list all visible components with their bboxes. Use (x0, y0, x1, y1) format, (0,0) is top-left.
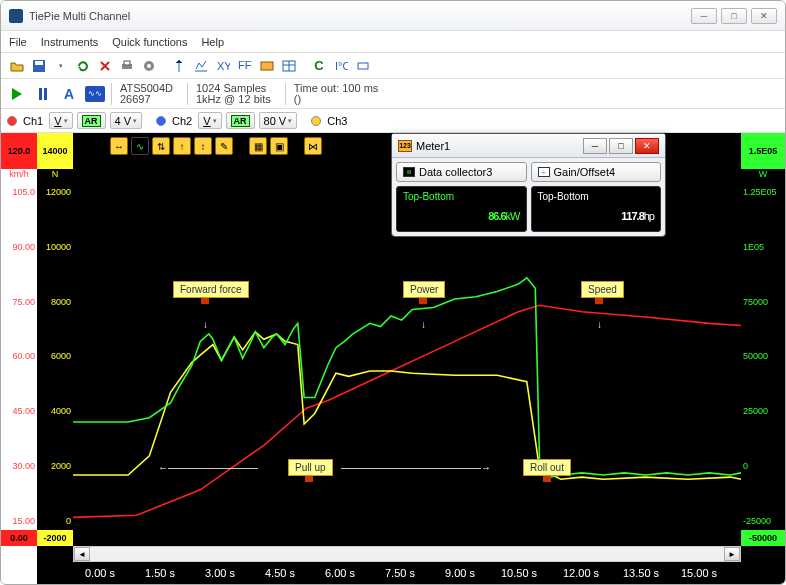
ch1-autorange[interactable]: AR (77, 112, 106, 129)
meter-window[interactable]: 123Meter1 ─ □ ✕ ⅢData collector3 ÷Gain/O… (391, 133, 666, 237)
meter-button[interactable] (257, 56, 277, 76)
axR-unit: W (741, 169, 785, 183)
ch2-led-icon (156, 116, 166, 126)
ann-pullup-mark (305, 476, 313, 482)
ptb-6[interactable]: ✎ (215, 137, 233, 155)
menu-instruments[interactable]: Instruments (41, 36, 98, 48)
axL2-unit: N (37, 169, 73, 183)
menu-help[interactable]: Help (201, 36, 224, 48)
ptb-5[interactable]: ↕ (194, 137, 212, 155)
axR-bot: -50000 (741, 530, 785, 546)
meter-maximize[interactable]: □ (609, 138, 633, 154)
ptb-2[interactable]: ∿ (131, 137, 149, 155)
menu-quick-functions[interactable]: Quick functions (112, 36, 187, 48)
delete-button[interactable] (95, 56, 115, 76)
ch2-coupling[interactable]: V ▾ (198, 112, 221, 129)
meter-minimize[interactable]: ─ (583, 138, 607, 154)
ch1-range[interactable]: 4 V ▾ (110, 112, 143, 129)
meter-panel-2: Top-Bottom 117.8hp (531, 186, 662, 232)
ptb-7[interactable]: ▦ (249, 137, 267, 155)
io-button[interactable]: I°C (331, 56, 351, 76)
ch2-range[interactable]: 80 V ▾ (259, 112, 298, 129)
ann-speed-mark (595, 298, 603, 304)
ch1-coupling[interactable]: V ▾ (49, 112, 72, 129)
axL1-vals: 105.090.0075.0060.0045.0030.0015.00 (1, 183, 37, 530)
ann-power-mark (419, 298, 427, 304)
toolbar-device: A ∿∿ ATS5004D26697 1024 Samples1kHz @ 12… (1, 79, 785, 109)
ann-forward-mark (201, 298, 209, 304)
meter-titlebar[interactable]: 123Meter1 ─ □ ✕ (392, 134, 665, 158)
auto-button[interactable]: A (59, 84, 79, 104)
ch3-label: Ch3 (325, 115, 349, 127)
svg-rect-8 (261, 62, 273, 70)
ann-speed-arrow: ↓ (597, 319, 602, 330)
ch1-led-icon (7, 116, 17, 126)
scroll-left[interactable]: ◄ (74, 547, 90, 561)
svg-rect-1 (35, 61, 43, 65)
cursor-vert-button[interactable] (169, 56, 189, 76)
table-button[interactable] (279, 56, 299, 76)
ch1-label: Ch1 (21, 115, 45, 127)
axL2-top: 14000 (37, 133, 73, 169)
menubar: File Instruments Quick functions Help (1, 31, 785, 53)
play-button[interactable] (7, 84, 27, 104)
ann-power[interactable]: Power (403, 281, 445, 298)
axR-top: 1.5E05 (741, 133, 785, 169)
close-button[interactable]: ✕ (751, 8, 777, 24)
main-area: 120.0 km/h 105.090.0075.0060.0045.0030.0… (1, 133, 785, 584)
ch2-label: Ch2 (170, 115, 194, 127)
meter-tab-collector[interactable]: ⅢData collector3 (396, 162, 527, 182)
meter-close[interactable]: ✕ (635, 138, 659, 154)
svg-text:XY: XY (217, 60, 230, 72)
x-axis: 0.00 s 1.50 s 3.00 s 4.50 s 6.00 s 7.50 … (73, 562, 741, 584)
sample-info: 1024 Samples1kHz @ 12 bits (187, 83, 279, 105)
print-button[interactable] (117, 56, 137, 76)
open-button[interactable] (7, 56, 27, 76)
ann-rollout[interactable]: Roll out (523, 459, 571, 476)
maximize-button[interactable]: □ (721, 8, 747, 24)
graph-yt-button[interactable] (191, 56, 211, 76)
svg-rect-3 (124, 61, 130, 65)
plot-scrollbar[interactable]: ◄ ► (73, 546, 741, 562)
axL2-bot: -2000 (37, 530, 73, 546)
device-wave-icon[interactable]: ∿∿ (85, 86, 105, 102)
meter-panel-1: Top-Bottom 86.6kW (396, 186, 527, 232)
meter-tab-gain[interactable]: ÷Gain/Offset4 (531, 162, 662, 182)
axL1-bot: 0.00 (1, 530, 37, 546)
pause-button[interactable] (33, 84, 53, 104)
y-axis-left-1: 120.0 km/h 105.090.0075.0060.0045.0030.0… (1, 133, 37, 584)
ann-pullup[interactable]: Pull up (288, 459, 333, 476)
ptb-3[interactable]: ⇅ (152, 137, 170, 155)
titlebar: TiePie Multi Channel ─ □ ✕ (1, 1, 785, 31)
svg-text:FFT: FFT (238, 59, 252, 71)
ann-power-arrow: ↓ (421, 319, 426, 330)
y-axis-left-2: 14000 N 120001000080006000400020000 -200… (37, 133, 73, 584)
ann-forward-force[interactable]: Forward force (173, 281, 249, 298)
axR-vals: 1.25E051E057500050000250000-25000 (741, 183, 785, 530)
bus-button[interactable] (353, 56, 373, 76)
scroll-right[interactable]: ► (724, 547, 740, 561)
graph-xy-button[interactable]: XY (213, 56, 233, 76)
fft-button[interactable]: FFT (235, 56, 255, 76)
ptb-9[interactable]: ⋈ (304, 137, 322, 155)
ptb-4[interactable]: ↑ (173, 137, 191, 155)
minimize-button[interactable]: ─ (691, 8, 717, 24)
save-dropdown[interactable]: ▾ (51, 56, 71, 76)
ptb-1[interactable]: ↔ (110, 137, 128, 155)
coupling-button[interactable]: C (309, 56, 329, 76)
toolbar-main: ▾ XY FFT C I°C (1, 53, 785, 79)
settings-button[interactable] (139, 56, 159, 76)
ptb-8[interactable]: ▣ (270, 137, 288, 155)
svg-rect-11 (358, 63, 368, 69)
ann-rollout-mark (543, 476, 551, 482)
ch2-autorange[interactable]: AR (226, 112, 255, 129)
y-axis-right: 1.5E05 W 1.25E051E057500050000250000-250… (741, 133, 785, 584)
refresh-button[interactable] (73, 56, 93, 76)
ch3-led-icon (311, 116, 321, 126)
axL2-vals: 120001000080006000400020000 (37, 183, 73, 530)
ann-speed[interactable]: Speed (581, 281, 624, 298)
menu-file[interactable]: File (9, 36, 27, 48)
save-button[interactable] (29, 56, 49, 76)
ann-pullup-arrowL: ←————————— (158, 462, 258, 473)
device-info: ATS5004D26697 (111, 83, 181, 105)
